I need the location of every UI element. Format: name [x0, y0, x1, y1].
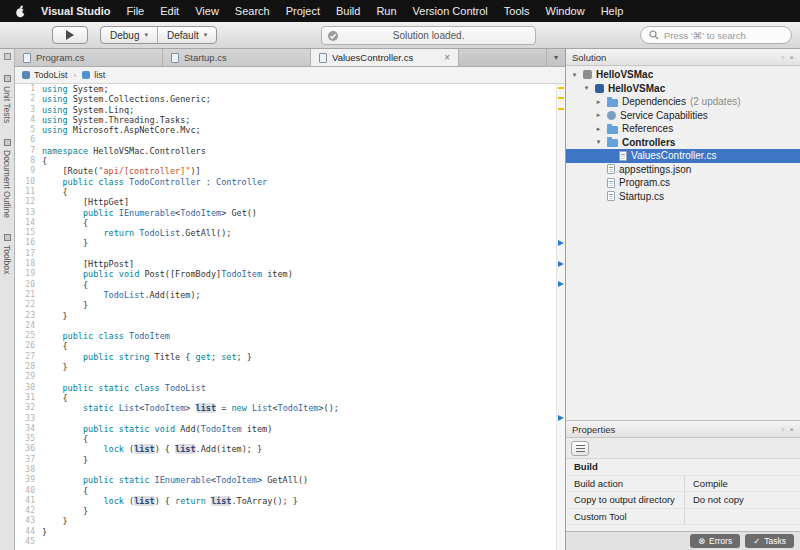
code-line[interactable]: 42 } [15, 506, 565, 516]
editor-tab-valuescontroller-cs[interactable]: ValuesController.cs× [311, 49, 459, 66]
global-search-input[interactable]: Press '⌘' to search [640, 26, 792, 44]
line-number[interactable]: 36 [15, 444, 42, 454]
code-line[interactable]: 7namespace HelloVSMac.Controllers [15, 146, 565, 156]
pad-tab-toolbox[interactable]: Toolbox [2, 234, 12, 274]
line-number[interactable]: 5 [15, 125, 42, 135]
code-line[interactable]: 41 lock (list) { return list.ToArray(); … [15, 496, 565, 506]
line-number[interactable]: 15 [15, 228, 42, 238]
line-number[interactable]: 28 [15, 362, 42, 372]
code-line[interactable]: 6 [15, 135, 565, 145]
menu-app-name[interactable]: Visual Studio [33, 0, 118, 22]
disclosure-open-icon[interactable]: ▾ [582, 84, 591, 92]
code-line[interactable]: 1using System; [15, 84, 565, 94]
line-number[interactable]: 4 [15, 115, 42, 125]
code-line[interactable]: 29 [15, 372, 565, 382]
code-line[interactable]: 13 public IEnumerable<TodoItem> Get() [15, 208, 565, 218]
code-line[interactable]: 18 [HttpPost] [15, 259, 565, 269]
menu-item-version-control[interactable]: Version Control [405, 0, 496, 22]
code-line[interactable]: 38 [15, 465, 565, 475]
tree-item-references[interactable]: ▸References [566, 122, 800, 136]
line-number[interactable]: 2 [15, 94, 42, 104]
menu-item-search[interactable]: Search [227, 0, 278, 22]
line-number[interactable]: 10 [15, 177, 42, 187]
line-number[interactable]: 31 [15, 393, 42, 403]
code-line[interactable]: 8{ [15, 156, 565, 166]
tree-item-hellovsmac[interactable]: ▾HelloVSMac [566, 68, 800, 82]
close-pane-icon[interactable]: × [789, 425, 794, 434]
line-number[interactable]: 29 [15, 372, 42, 382]
arrow-mark-icon[interactable] [558, 261, 564, 267]
code-line[interactable]: 19 public void Post([FromBody]TodoItem i… [15, 269, 565, 279]
line-number[interactable]: 24 [15, 321, 42, 331]
line-number[interactable]: 26 [15, 341, 42, 351]
line-number[interactable]: 11 [15, 187, 42, 197]
disclosure-closed-icon[interactable]: ▸ [594, 98, 603, 106]
tree-item-hellovsmac[interactable]: ▾HelloVSMac [566, 82, 800, 96]
line-number[interactable]: 37 [15, 455, 42, 465]
line-number[interactable]: 32 [15, 403, 42, 413]
apple-menu-icon[interactable] [8, 5, 33, 18]
line-number[interactable]: 35 [15, 434, 42, 444]
line-number[interactable]: 17 [15, 249, 42, 259]
code-line[interactable]: 37 } [15, 455, 565, 465]
property-view-toggle-button[interactable] [571, 441, 589, 456]
line-number[interactable]: 27 [15, 352, 42, 362]
code-line[interactable]: 36 lock (list) { list.Add(item); } [15, 444, 565, 454]
tree-item-appsettings-json[interactable]: appsettings.json [566, 163, 800, 177]
menu-item-window[interactable]: Window [538, 0, 593, 22]
disclosure-closed-icon[interactable]: ▸ [594, 125, 603, 133]
change-mark-icon[interactable] [558, 108, 564, 110]
line-number[interactable]: 38 [15, 465, 42, 475]
tree-item-dependencies[interactable]: ▸Dependencies(2 updates) [566, 95, 800, 109]
line-number[interactable]: 18 [15, 259, 42, 269]
disclosure-open-icon[interactable]: ▾ [570, 71, 579, 79]
breadcrumb-item-todolist[interactable]: TodoList [22, 70, 68, 80]
property-value[interactable] [684, 509, 800, 525]
line-number[interactable]: 8 [15, 156, 42, 166]
line-number[interactable]: 40 [15, 486, 42, 496]
code-line[interactable]: 39 public static IEnumerable<TodoItem> G… [15, 475, 565, 485]
code-line[interactable]: 10 public class TodoController : Control… [15, 177, 565, 187]
line-number[interactable]: 13 [15, 208, 42, 218]
code-line[interactable]: 40 { [15, 486, 565, 496]
dock-icon[interactable] [4, 53, 11, 60]
arrow-mark-icon[interactable] [558, 240, 564, 246]
breadcrumb-item-list[interactable]: list [82, 70, 105, 80]
code-line[interactable]: 5using Microsoft.AspNetCore.Mvc; [15, 125, 565, 135]
editor-tab-program-cs[interactable]: Program.cs [15, 49, 163, 66]
line-number[interactable]: 21 [15, 290, 42, 300]
menu-item-tools[interactable]: Tools [496, 0, 538, 22]
tree-item-service-capabilities[interactable]: ▸Service Capabilities [566, 109, 800, 123]
property-value[interactable]: Compile [684, 476, 800, 492]
tree-item-controllers[interactable]: ▾Controllers [566, 136, 800, 150]
close-tab-icon[interactable]: × [444, 53, 450, 63]
pad-tab-unit-tests[interactable]: Unit Tests [2, 75, 12, 123]
line-number[interactable]: 16 [15, 238, 42, 248]
menu-item-help[interactable]: Help [593, 0, 632, 22]
code-line[interactable]: 14 { [15, 218, 565, 228]
code-line[interactable]: 15 return TodoList.GetAll(); [15, 228, 565, 238]
line-number[interactable]: 23 [15, 311, 42, 321]
close-pane-icon[interactable]: × [789, 53, 794, 62]
line-number[interactable]: 25 [15, 331, 42, 341]
code-line[interactable]: 22 } [15, 300, 565, 310]
errors-button[interactable]: ⊗ Errors [690, 534, 740, 548]
line-number[interactable]: 44 [15, 527, 42, 537]
code-line[interactable]: 11 { [15, 187, 565, 197]
disclosure-closed-icon[interactable]: ▸ [594, 111, 603, 119]
line-number[interactable]: 34 [15, 424, 42, 434]
run-button[interactable] [52, 26, 88, 44]
code-line[interactable]: 31 { [15, 393, 565, 403]
line-number[interactable]: 12 [15, 197, 42, 207]
code-line[interactable]: 30 public static class TodoList [15, 383, 565, 393]
menu-item-view[interactable]: View [187, 0, 227, 22]
code-line[interactable]: 43 } [15, 516, 565, 526]
line-number[interactable]: 33 [15, 414, 42, 424]
device-selector[interactable]: Default ▾ [157, 27, 216, 43]
arrow-mark-icon[interactable] [558, 281, 564, 287]
change-mark-icon[interactable] [558, 97, 564, 99]
line-number[interactable]: 39 [15, 475, 42, 485]
config-selector[interactable]: Debug ▾ [101, 27, 157, 43]
code-line[interactable]: 17 [15, 249, 565, 259]
line-number[interactable]: 43 [15, 516, 42, 526]
